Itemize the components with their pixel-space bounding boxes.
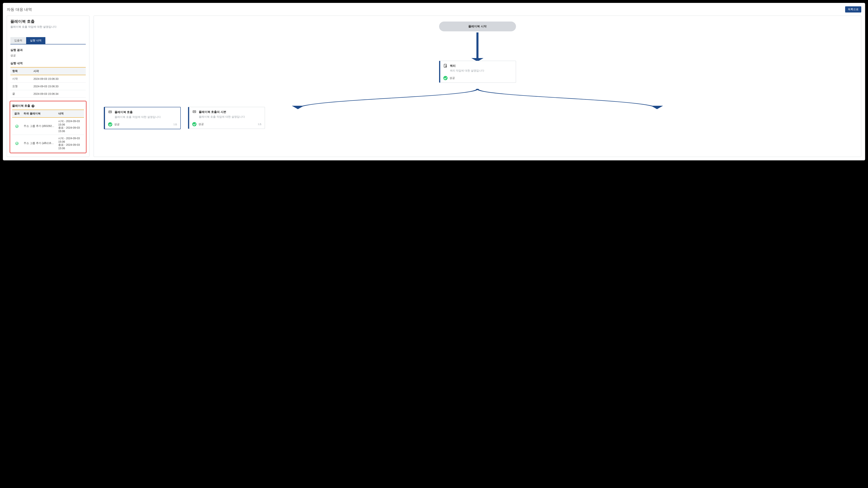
node-desc: 플레이북 호출 작업에 대한 설명입니다 xyxy=(115,115,177,119)
status-text: 성공 xyxy=(450,76,455,80)
node-header: 플레이북 호출의 사본 xyxy=(192,110,262,114)
pb-col-detail: 내역 xyxy=(56,110,84,118)
result-value: 성공 xyxy=(10,54,86,57)
message-icon xyxy=(108,110,112,114)
main-columns: 플레이북 호출 플레이북 호출 작업에 대한 설명입니다 입출력실행 내역 실행… xyxy=(7,16,861,157)
svg-point-5 xyxy=(110,112,110,112)
svg-point-9 xyxy=(194,112,194,112)
history-time: 2024-09-03 15:06:33 xyxy=(32,83,86,90)
history-item: 끝 xyxy=(10,90,32,98)
pb-sub-cell: 주소 그룹 추가 (afb1161... xyxy=(22,135,56,152)
pb-sub-cell: 주소 그룹 추가 (d93282... xyxy=(22,118,56,135)
flow-connectors xyxy=(94,16,861,157)
svg-point-10 xyxy=(194,112,194,112)
page-title: 자동 대응 내역 xyxy=(7,7,32,12)
node-time: 1초 xyxy=(174,123,177,126)
detail-panel: 플레이북 호출 플레이북 호출 작업에 대한 설명입니다 입출력실행 내역 실행… xyxy=(7,16,89,157)
svg-point-6 xyxy=(110,112,110,112)
node-header: 플레이북 호출 xyxy=(108,110,177,114)
history-table: 항목 시각 시작 2024-09-03 15:06:33 요청 2024-09-… xyxy=(10,67,86,98)
status-text: 성공 xyxy=(198,122,204,126)
node-title: 플레이북 호출의 사본 xyxy=(199,110,226,114)
pb-start: 시작 - 2024-09-03 15:06 xyxy=(58,120,82,126)
detail-title: 플레이북 호출 xyxy=(10,19,86,24)
history-item: 요청 xyxy=(10,83,32,90)
query-icon xyxy=(443,64,447,68)
flow-node-query[interactable]: 쿼리 쿼리 작업에 대한 설명입니다 성공 xyxy=(439,61,516,83)
tab-history[interactable]: 실행 내역 xyxy=(26,37,45,44)
pb-end: 종료 - 2024-09-03 15:06 xyxy=(58,126,82,133)
success-icon xyxy=(443,76,447,80)
flow-start-node[interactable]: 플레이북 시작 xyxy=(439,22,516,31)
page: 자동 대응 내역 목록으로 플레이북 호출 플레이북 호출 작업에 대한 설명입… xyxy=(3,3,865,160)
node-status: 성공 1초 xyxy=(108,122,177,126)
success-icon xyxy=(192,122,196,126)
pb-col-result: 결과 xyxy=(12,110,22,118)
pb-col-sub: 하위 플레이북 xyxy=(22,110,56,118)
table-row[interactable]: 주소 그룹 추가 (afb1161... 시작 - 2024-09-03 15:… xyxy=(12,135,84,152)
node-status: 성공 xyxy=(443,76,513,80)
result-heading: 실행 결과 xyxy=(10,48,86,52)
node-header: 쿼리 xyxy=(443,64,513,68)
message-icon xyxy=(192,110,196,114)
table-row: 시작 2024-09-03 15:06:33 xyxy=(10,75,86,83)
pb-heading-text: 플레이북 호출 xyxy=(12,104,30,107)
detail-desc: 플레이북 호출 작업에 대한 설명입니다 xyxy=(10,25,86,29)
header: 자동 대응 내역 목록으로 xyxy=(7,6,861,12)
status-text: 성공 xyxy=(114,123,120,126)
history-col-time: 시각 xyxy=(32,67,86,75)
pb-detail-cell: 시작 - 2024-09-03 15:06 종료 - 2024-09-03 15… xyxy=(56,135,84,152)
pb-sub-text: 주소 그룹 추가 (d93282... xyxy=(24,124,54,128)
playbook-call-box: 플레이북 호출 ? 결과 하위 플레이북 내역 주소 그룹 xyxy=(10,101,87,153)
history-heading: 실행 내역 xyxy=(10,62,86,65)
svg-point-7 xyxy=(111,112,111,112)
node-desc: 플레이북 호출 작업에 대한 설명입니다 xyxy=(199,115,262,119)
table-row[interactable]: 주소 그룹 추가 (d93282... 시작 - 2024-09-03 15:0… xyxy=(12,118,84,135)
flow-panel[interactable]: 플레이북 시작 쿼리 쿼리 작업에 대한 설명입니다 성공 xyxy=(94,16,861,157)
pb-end: 종료 - 2024-09-03 15:06 xyxy=(58,143,82,150)
svg-point-11 xyxy=(195,112,195,112)
pb-detail-cell: 시작 - 2024-09-03 15:06 종료 - 2024-09-03 15… xyxy=(56,118,84,135)
tab-io[interactable]: 입출력 xyxy=(10,37,26,44)
check-icon xyxy=(16,125,19,128)
success-icon xyxy=(108,122,112,126)
flow-node-playbook-call[interactable]: 플레이북 호출 플레이북 호출 작업에 대한 설명입니다 성공 1초 xyxy=(104,107,181,129)
pb-start: 시작 - 2024-09-03 15:06 xyxy=(58,137,82,143)
pb-result-cell xyxy=(12,118,22,135)
history-time: 2024-09-03 15:06:33 xyxy=(32,75,86,83)
tabs: 입출력실행 내역 xyxy=(10,37,86,44)
help-icon[interactable]: ? xyxy=(32,104,34,108)
node-desc: 쿼리 작업에 대한 설명입니다 xyxy=(450,69,513,72)
history-col-item: 항목 xyxy=(10,67,32,75)
flow-node-playbook-call-copy[interactable]: 플레이북 호출의 사본 플레이북 호출 작업에 대한 설명입니다 성공 1초 xyxy=(188,107,265,129)
table-row: 끝 2024-09-03 15:06:34 xyxy=(10,90,86,98)
history-time: 2024-09-03 15:06:34 xyxy=(32,90,86,98)
table-row: 요청 2024-09-03 15:06:33 xyxy=(10,83,86,90)
node-time: 1초 xyxy=(258,122,262,126)
node-status: 성공 1초 xyxy=(192,122,262,126)
pb-table: 결과 하위 플레이북 내역 주소 그룹 추가 (d93282... 시작 - 2… xyxy=(12,110,84,152)
node-title: 플레이북 호출 xyxy=(115,110,133,114)
pb-result-cell xyxy=(12,135,22,152)
check-icon xyxy=(16,142,19,145)
pb-sub-text: 주소 그룹 추가 (afb1161... xyxy=(24,142,54,145)
list-button[interactable]: 목록으로 xyxy=(845,6,861,12)
history-item: 시작 xyxy=(10,75,32,83)
node-title: 쿼리 xyxy=(450,64,456,68)
pb-heading: 플레이북 호출 ? xyxy=(12,104,84,108)
